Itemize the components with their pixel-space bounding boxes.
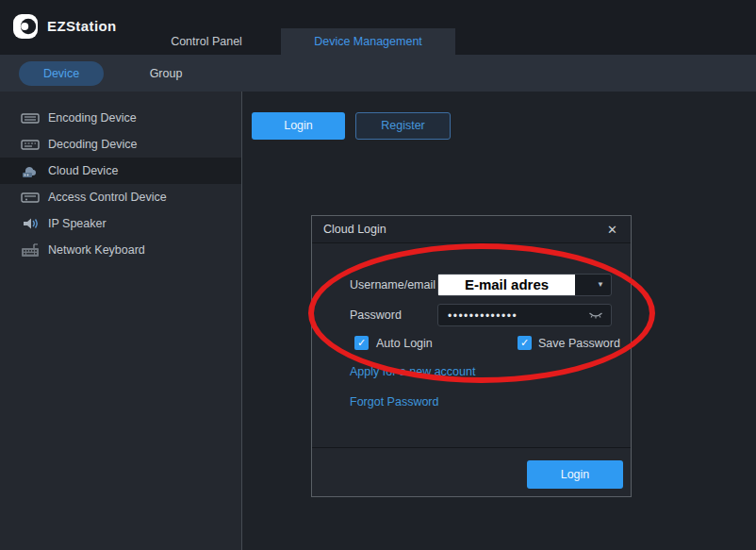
forgot-password-link[interactable]: Forgot Password	[350, 395, 438, 408]
title-bar: EZStation Control Panel Device Managemen…	[0, 0, 756, 55]
password-dots: •••••••••••••	[448, 305, 518, 325]
login-button[interactable]: Login	[252, 112, 345, 140]
dialog-header: Cloud Login ✕	[312, 216, 631, 243]
username-value[interactable]: E-mail adres	[438, 275, 575, 295]
apply-new-account-link[interactable]: Apply for a new account	[350, 365, 475, 378]
tab-device-management[interactable]: Device Management	[281, 28, 455, 55]
cloud-login-dialog: Cloud Login ✕ Username/email E-mail adre…	[311, 215, 632, 497]
sidebar-item-cloud-device[interactable]: Cloud Device	[0, 158, 241, 184]
dialog-footer: Login	[312, 447, 631, 496]
decoder-icon	[21, 137, 40, 152]
password-label: Password	[350, 304, 402, 326]
ezstation-logo-icon	[12, 13, 39, 40]
speaker-icon	[21, 216, 40, 231]
sidebar-item-label: Network Keyboard	[48, 243, 145, 257]
subnav-ribbon: Device Group	[0, 55, 756, 92]
auto-login-checkbox[interactable]: ✓	[354, 336, 369, 350]
sidebar-item-network-keyboard[interactable]: Network Keyboard	[0, 237, 241, 263]
sidebar-item-access-control-device[interactable]: Access Control Device	[0, 184, 241, 210]
cloud-icon	[21, 163, 40, 178]
save-password-label: Save Password	[538, 336, 620, 351]
tab-control-panel[interactable]: Control Panel	[158, 28, 255, 55]
access-control-icon	[21, 190, 40, 205]
dialog-login-button[interactable]: Login	[527, 460, 623, 489]
username-combobox[interactable]: E-mail adres ▼	[437, 274, 612, 296]
subnav-tab-device[interactable]: Device	[19, 61, 104, 86]
chevron-down-icon[interactable]: ▼	[597, 275, 604, 295]
ezstation-window: EZStation Control Panel Device Managemen…	[0, 0, 756, 550]
sidebar-item-label: Access Control Device	[48, 191, 167, 204]
app-title: EZStation	[47, 0, 117, 55]
password-input[interactable]: •••••••••••••	[437, 304, 612, 326]
encoder-icon	[21, 110, 40, 125]
sidebar-item-decoding-device[interactable]: Decoding Device	[0, 131, 241, 158]
sidebar-item-label: Decoding Device	[48, 138, 138, 151]
username-label: Username/email	[350, 274, 436, 296]
device-type-sidebar: Encoding Device Decoding Device Cloud De…	[0, 92, 242, 550]
auto-login-label: Auto Login	[376, 336, 433, 351]
eye-closed-icon[interactable]	[588, 309, 603, 321]
sidebar-item-ip-speaker[interactable]: IP Speaker	[0, 210, 241, 237]
sidebar-item-label: IP Speaker	[48, 217, 107, 230]
dialog-title: Cloud Login	[323, 216, 386, 243]
sidebar-item-encoding-device[interactable]: Encoding Device	[0, 105, 241, 131]
close-icon[interactable]: ✕	[603, 216, 621, 243]
sidebar-item-label: Encoding Device	[48, 111, 137, 125]
register-button[interactable]: Register	[355, 112, 451, 140]
sidebar-item-label: Cloud Device	[48, 164, 118, 177]
subnav-tab-group[interactable]: Group	[138, 61, 194, 86]
keyboard-icon	[21, 242, 40, 258]
save-password-checkbox[interactable]: ✓	[518, 336, 532, 350]
